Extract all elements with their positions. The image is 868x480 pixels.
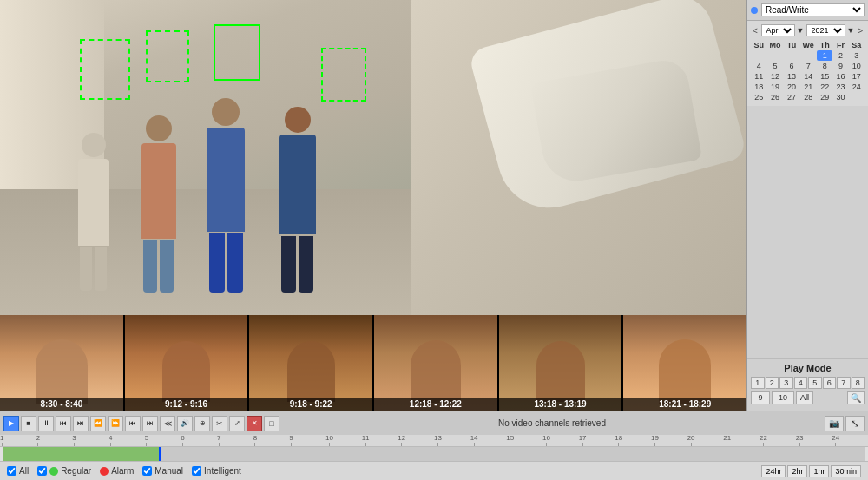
- cal-day-1[interactable]: 1: [817, 50, 832, 61]
- thumbnail-2[interactable]: 9:12 - 9:16: [125, 315, 248, 411]
- filter-regular-label: Regular: [61, 466, 91, 476]
- cal-day-24[interactable]: 24: [849, 82, 865, 92]
- cal-day-10[interactable]: 10: [849, 61, 865, 71]
- rw-dropdown[interactable]: Read/Write Read Only: [761, 3, 865, 16]
- timeline-area[interactable]: 123456789101112131415161718192021222324: [0, 435, 868, 461]
- time-2hr-btn[interactable]: 2hr: [787, 465, 807, 477]
- rewind-button[interactable]: ⏪: [90, 416, 106, 431]
- cal-day-30[interactable]: 30: [832, 92, 848, 102]
- cal-day-8[interactable]: 8: [817, 61, 832, 71]
- filter-all-checkbox[interactable]: [7, 466, 16, 476]
- time-30min-btn[interactable]: 30min: [831, 465, 861, 477]
- fullscreen-btn[interactable]: ⤡: [845, 416, 865, 431]
- rect-button[interactable]: □: [264, 416, 279, 431]
- cal-day-17[interactable]: 17: [849, 71, 865, 82]
- cal-day-2[interactable]: 2: [832, 50, 848, 61]
- thumbnail-1[interactable]: 8:30 - 8:40: [0, 315, 123, 411]
- cal-day-18[interactable]: 18: [751, 82, 766, 92]
- cal-day-3[interactable]: 3: [849, 50, 865, 61]
- filter-alarm: Alarm: [100, 466, 134, 476]
- cal-day-13[interactable]: 13: [784, 71, 799, 82]
- pm-num-9[interactable]: 9: [751, 391, 770, 404]
- timeline-ruler[interactable]: 123456789101112131415161718192021222324: [0, 435, 868, 447]
- cal-day-29[interactable]: 29: [817, 92, 832, 102]
- thumbnail-4[interactable]: 12:18 - 12:22: [374, 315, 497, 411]
- expand-button[interactable]: ⤢: [229, 416, 245, 431]
- filter-intelligent-checkbox[interactable]: [192, 466, 201, 476]
- cal-day[interactable]: [751, 50, 766, 61]
- audio-button[interactable]: 🔊: [177, 416, 193, 431]
- pm-num-8[interactable]: 8: [852, 377, 865, 389]
- thumbnail-3[interactable]: 9:18 - 9:22: [249, 315, 372, 411]
- rw-select-container: Read/Write Read Only: [747, 0, 868, 21]
- thumbnail-5[interactable]: 13:18 - 13:19: [499, 315, 622, 411]
- pm-num-5[interactable]: 5: [808, 377, 822, 389]
- skip-fwd-button[interactable]: ⏭: [142, 416, 158, 431]
- stop-button[interactable]: ■: [21, 416, 36, 431]
- close-button[interactable]: ✕: [247, 416, 262, 431]
- ff-button[interactable]: ⏩: [108, 416, 123, 431]
- thumb-label-1: 8:30 - 8:40: [0, 398, 123, 411]
- time-24hr-btn[interactable]: 24hr: [761, 465, 786, 477]
- cal-day-22[interactable]: 22: [817, 82, 832, 92]
- thumbnails-strip: 8:30 - 8:40 9:12 - 9:16 9:18 - 9:22 12:1…: [0, 315, 746, 411]
- time-controls: 24hr 2hr 1hr 30min: [761, 465, 861, 477]
- timeline-bar[interactable]: [3, 447, 865, 461]
- timeline-progress: [3, 447, 159, 461]
- next-frame-button[interactable]: ⏭: [73, 416, 89, 431]
- cal-day-6[interactable]: 6: [784, 61, 799, 71]
- cal-day-27[interactable]: 27: [784, 92, 799, 102]
- pm-num-1[interactable]: 1: [751, 377, 765, 389]
- thumb-label-5: 13:18 - 13:19: [499, 398, 622, 411]
- pm-num-2[interactable]: 2: [766, 377, 779, 389]
- play-button[interactable]: ▶: [3, 416, 19, 431]
- time-1hr-btn[interactable]: 1hr: [809, 465, 829, 477]
- pm-num-3[interactable]: 3: [779, 377, 793, 389]
- cal-day-4[interactable]: 4: [751, 61, 766, 71]
- cal-next-btn[interactable]: >: [856, 26, 865, 36]
- timeline-tick-12: 12: [398, 435, 405, 446]
- cal-day[interactable]: [784, 50, 799, 61]
- cal-day-5[interactable]: 5: [766, 61, 784, 71]
- cal-th-sa: Sa: [849, 40, 865, 50]
- thumbnail-6[interactable]: 18:21 - 18:29: [623, 315, 746, 411]
- filter-manual-checkbox[interactable]: [142, 466, 152, 476]
- pause-button[interactable]: ⏸: [38, 416, 54, 431]
- cal-day[interactable]: [849, 92, 865, 102]
- cal-day-28[interactable]: 28: [799, 92, 817, 102]
- cal-day-23[interactable]: 23: [832, 82, 848, 92]
- cal-day-21[interactable]: 21: [799, 82, 817, 92]
- pm-all-btn[interactable]: All: [796, 391, 813, 404]
- pm-num-4[interactable]: 4: [794, 377, 808, 389]
- clip-button[interactable]: ✂: [212, 416, 227, 431]
- cal-day-26[interactable]: 26: [766, 92, 784, 102]
- filter-regular-checkbox[interactable]: [37, 466, 47, 476]
- cal-day[interactable]: [766, 50, 784, 61]
- cal-day-25[interactable]: 25: [751, 92, 766, 102]
- cal-day-15[interactable]: 15: [817, 71, 832, 82]
- cal-day-20[interactable]: 20: [784, 82, 799, 92]
- timeline-tick-6: 6: [181, 435, 184, 446]
- cal-year-select[interactable]: 2021: [806, 24, 845, 36]
- pm-num-7[interactable]: 7: [837, 377, 851, 389]
- cal-day-14[interactable]: 14: [799, 71, 817, 82]
- pm-num-6[interactable]: 6: [823, 377, 837, 389]
- zoom-button[interactable]: ⊕: [194, 416, 210, 431]
- cal-prev-btn[interactable]: <: [751, 26, 760, 36]
- camera-icon-btn[interactable]: 📷: [825, 416, 844, 431]
- pm-num-10[interactable]: 10: [772, 391, 794, 404]
- filter-regular: Regular: [37, 466, 91, 476]
- cal-month-select[interactable]: Apr: [761, 24, 795, 36]
- cal-day-7[interactable]: 7: [799, 61, 817, 71]
- cal-day-19[interactable]: 19: [766, 82, 784, 92]
- cal-day-11[interactable]: 11: [751, 71, 766, 82]
- cal-day-9[interactable]: 9: [832, 61, 848, 71]
- cal-day-16[interactable]: 16: [832, 71, 848, 82]
- cal-day[interactable]: [799, 50, 817, 61]
- cal-day-12[interactable]: 12: [766, 71, 784, 82]
- skip-back-button[interactable]: ⏮: [125, 416, 141, 431]
- prev-frame-button[interactable]: ⏮: [56, 416, 71, 431]
- pm-search-btn[interactable]: 🔍: [847, 391, 865, 404]
- slow-button[interactable]: ≪: [160, 416, 175, 431]
- filter-bar: All Regular Alarm Manual Intelligent 24h…: [0, 461, 868, 480]
